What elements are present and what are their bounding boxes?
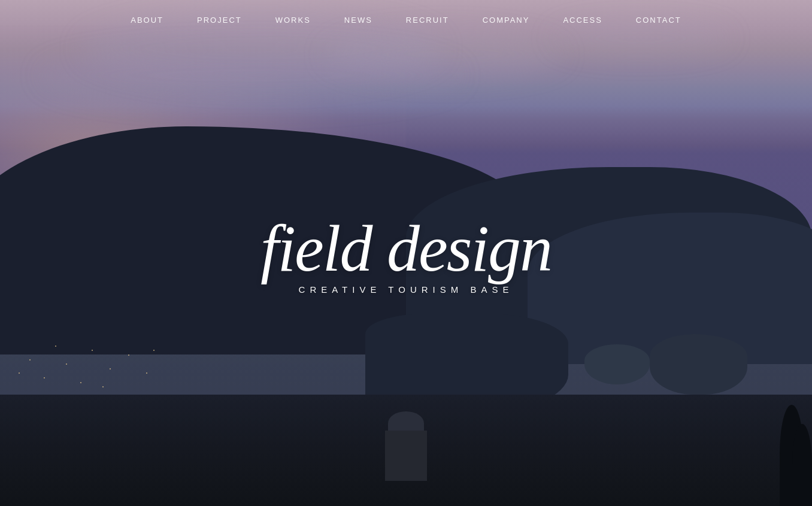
- tagline: CREATIVE TOURISM BASE: [260, 284, 552, 294]
- light-dot: [29, 359, 31, 360]
- light-dot: [146, 372, 147, 374]
- nav-item: NEWS: [328, 14, 389, 25]
- main-nav: ABOUTPROJECTWORKSNEWSRECRUITCOMPANYACCES…: [0, 0, 812, 40]
- light-dot: [19, 372, 20, 374]
- hero-text: field design CREATIVE TOURISM BASE: [260, 215, 552, 294]
- light-dot: [44, 377, 45, 378]
- nav-item: COMPANY: [466, 14, 547, 25]
- light-dot: [110, 368, 111, 369]
- nav-link-recruit[interactable]: RECRUIT: [406, 16, 449, 25]
- nav-item: CONTACT: [619, 14, 698, 25]
- nav-item: ACCESS: [546, 14, 619, 25]
- nav-link-company[interactable]: COMPANY: [483, 16, 530, 25]
- light-dot: [66, 363, 67, 365]
- tree-area: [650, 380, 812, 506]
- tree-silhouette-2: [792, 424, 812, 506]
- cloud-3: [41, 46, 460, 105]
- nav-link-about[interactable]: ABOUT: [131, 16, 163, 25]
- nav-item: RECRUIT: [389, 14, 466, 25]
- island-2: [584, 344, 649, 385]
- hero-section: ABOUTPROJECTWORKSNEWSRECRUITCOMPANYACCES…: [0, 0, 812, 506]
- light-dot: [128, 354, 129, 356]
- light-dot: [102, 386, 104, 387]
- light-dot: [153, 350, 154, 351]
- nav-link-project[interactable]: PROJECT: [197, 16, 242, 25]
- nav-item: ABOUT: [114, 14, 180, 25]
- nav-link-works[interactable]: WORKS: [275, 16, 311, 25]
- structure-body: [385, 431, 427, 481]
- nav-link-news[interactable]: NEWS: [344, 16, 372, 25]
- light-dot: [55, 346, 56, 347]
- nav-link-access[interactable]: ACCESS: [563, 16, 602, 25]
- nav-list: ABOUTPROJECTWORKSNEWSRECRUITCOMPANYACCES…: [114, 14, 698, 25]
- nav-item: PROJECT: [180, 14, 259, 25]
- nav-item: WORKS: [259, 14, 328, 25]
- light-dot: [92, 350, 93, 351]
- structure: [374, 390, 438, 481]
- brand-name: field design: [260, 215, 552, 281]
- nav-link-contact[interactable]: CONTACT: [636, 16, 681, 25]
- light-dot: [80, 382, 81, 383]
